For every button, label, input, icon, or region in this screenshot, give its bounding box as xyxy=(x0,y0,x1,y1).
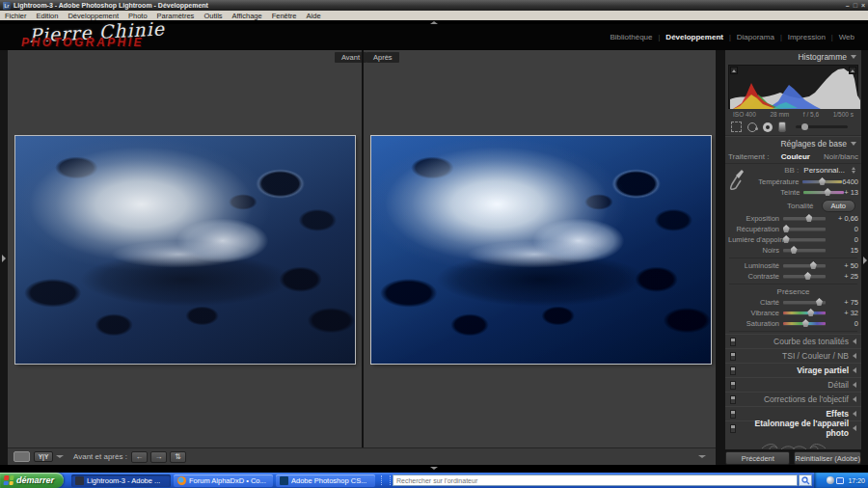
windows-taskbar: démarrer Lightroom-3 - Adobe ...Forum Al… xyxy=(0,473,868,488)
slider-thumb[interactable] xyxy=(810,261,817,269)
before-after-view-button[interactable]: Y|Y xyxy=(34,451,53,462)
lightroom-app-icon: Lr xyxy=(3,2,11,10)
slider-thumb[interactable] xyxy=(805,214,812,222)
slider-thumb[interactable] xyxy=(807,309,814,316)
start-button[interactable]: démarrer xyxy=(0,473,64,488)
slider-row-noirs: Noirs15 xyxy=(725,245,861,256)
expand-left-panel-arrow[interactable] xyxy=(2,255,6,262)
auto-tone-button[interactable]: Auto xyxy=(822,200,855,212)
slider-thumb[interactable] xyxy=(816,298,823,306)
maximize-button[interactable]: □ xyxy=(854,2,857,10)
slider-track[interactable] xyxy=(802,180,842,183)
slider-track[interactable] xyxy=(783,322,826,325)
panel-header-courbe-des-tonalit-s[interactable]: Courbe des tonalités xyxy=(725,334,861,348)
module-tab-impression[interactable]: Impression xyxy=(788,33,826,41)
panel-header-d-tail[interactable]: Détail xyxy=(725,377,861,392)
histogram-title: Histogramme xyxy=(798,52,847,62)
slider-thumb[interactable] xyxy=(819,177,826,185)
shadow-clipping-indicator[interactable] xyxy=(730,67,738,74)
panel-toggle-switch[interactable] xyxy=(730,410,736,419)
menu-item-aide[interactable]: Aide xyxy=(302,11,326,20)
slider-track[interactable] xyxy=(783,249,826,252)
panel-header-tsi-couleur-nb[interactable]: TSI / Couleur / NB xyxy=(725,348,861,363)
histogram[interactable] xyxy=(728,65,858,109)
highlight-clipping-indicator[interactable] xyxy=(849,67,856,74)
loupe-view-button[interactable] xyxy=(14,451,30,462)
panel-toggle-switch[interactable] xyxy=(730,395,736,404)
view-mode-dropdown-icon[interactable] xyxy=(56,455,64,458)
tray-display-icon[interactable] xyxy=(836,477,844,484)
panel-header-virage-partiel[interactable]: Virage partiel xyxy=(725,363,861,377)
module-tab-développement[interactable]: Développement xyxy=(665,33,723,41)
reset-button[interactable]: Réinitialiser (Adobe) xyxy=(794,451,861,465)
module-tab-web[interactable]: Web xyxy=(839,33,854,41)
slider-track[interactable] xyxy=(783,264,826,267)
treatment-option-color[interactable]: Couleur xyxy=(781,152,810,161)
task-button[interactable]: Lightroom-3 - Adobe ... xyxy=(71,474,171,487)
module-separator: | xyxy=(729,34,731,41)
menu-item-développement[interactable]: Développement xyxy=(63,11,123,20)
panel-header-corrections-de-l-objectif[interactable]: Corrections de l'objectif xyxy=(725,392,861,406)
before-photo[interactable] xyxy=(15,136,355,364)
white-balance-preset-row[interactable]: BB : Personnal... xyxy=(748,164,861,176)
tray-status-icon[interactable] xyxy=(827,476,834,484)
swap-before-after-button[interactable]: ⇅ xyxy=(170,451,186,463)
panel-expand-icon xyxy=(853,411,856,417)
copy-before-to-after-button[interactable]: ← xyxy=(131,451,148,463)
menu-item-fichier[interactable]: Fichier xyxy=(0,11,32,20)
menu-item-edition[interactable]: Edition xyxy=(32,11,64,20)
panel-header-etalonnage-de-l-appareil-photo[interactable]: Etalonnage de l'appareil photo xyxy=(725,420,861,435)
wb-preset-dropdown-icon[interactable] xyxy=(852,167,855,174)
panel-toggle-switch[interactable] xyxy=(730,352,736,361)
slider-track[interactable] xyxy=(783,217,826,220)
white-balance-dropper-icon[interactable] xyxy=(729,168,745,191)
panel-toggle-switch[interactable] xyxy=(730,338,736,346)
panel-expand-icon xyxy=(853,367,856,373)
copy-after-to-before-button[interactable]: → xyxy=(150,451,167,463)
slider-track[interactable] xyxy=(783,238,826,241)
slider-track[interactable] xyxy=(783,228,826,230)
previous-button[interactable]: Précédent xyxy=(725,451,790,465)
slider-thumb[interactable] xyxy=(791,246,798,254)
search-button[interactable] xyxy=(799,474,812,486)
after-photo[interactable] xyxy=(371,136,711,364)
slider-track[interactable] xyxy=(783,275,826,278)
slider-thumb[interactable] xyxy=(802,319,809,327)
slider-thumb[interactable] xyxy=(804,272,811,280)
basic-panel-title: Réglages de base xyxy=(780,139,847,149)
menu-item-fenêtre[interactable]: Fenêtre xyxy=(267,11,302,20)
treatment-option-bw[interactable]: Noir/blanc xyxy=(824,152,858,161)
minimize-button[interactable]: – xyxy=(846,2,850,10)
basic-panel-header[interactable]: Réglages de base xyxy=(725,136,861,149)
close-button[interactable]: × xyxy=(861,2,865,10)
expand-filmstrip-arrow[interactable] xyxy=(430,467,438,470)
menu-item-affichage[interactable]: Affichage xyxy=(228,11,267,20)
task-button[interactable]: Adobe Photoshop CS... xyxy=(276,474,375,487)
task-button[interactable]: Forum AlphaDxD • Co... xyxy=(174,474,273,487)
deskbar-handle[interactable] xyxy=(381,475,391,485)
adjustment-brush-tool-icon[interactable] xyxy=(796,125,848,128)
menu-item-outils[interactable]: Outils xyxy=(199,11,227,20)
collapse-right-panel-arrow[interactable] xyxy=(863,257,867,264)
slider-thumb[interactable] xyxy=(783,225,790,232)
graduated-filter-tool-icon[interactable] xyxy=(778,122,786,132)
ps-task-icon xyxy=(280,476,288,485)
crop-tool-icon[interactable] xyxy=(731,122,742,132)
task-button-label: Adobe Photoshop CS... xyxy=(291,476,366,485)
module-tab-bibliothèque[interactable]: Bibliothèque xyxy=(610,33,652,41)
spot-removal-tool-icon[interactable] xyxy=(747,122,757,132)
histogram-panel-header[interactable]: Histogramme xyxy=(725,50,861,64)
basic-collapse-icon xyxy=(851,142,856,146)
toolbar-options-icon[interactable] xyxy=(698,455,706,458)
slider-track[interactable] xyxy=(803,191,844,194)
panel-toggle-switch[interactable] xyxy=(730,366,736,375)
red-eye-tool-icon[interactable] xyxy=(763,122,773,132)
panel-toggle-switch[interactable] xyxy=(730,424,736,433)
search-input[interactable] xyxy=(393,474,798,486)
module-tab-diaporama[interactable]: Diaporama xyxy=(737,33,774,41)
slider-track[interactable] xyxy=(783,312,826,314)
panel-title: Effets xyxy=(740,409,849,419)
slider-track[interactable] xyxy=(783,301,826,304)
slider-thumb[interactable] xyxy=(825,188,831,196)
panel-toggle-switch[interactable] xyxy=(730,381,736,390)
